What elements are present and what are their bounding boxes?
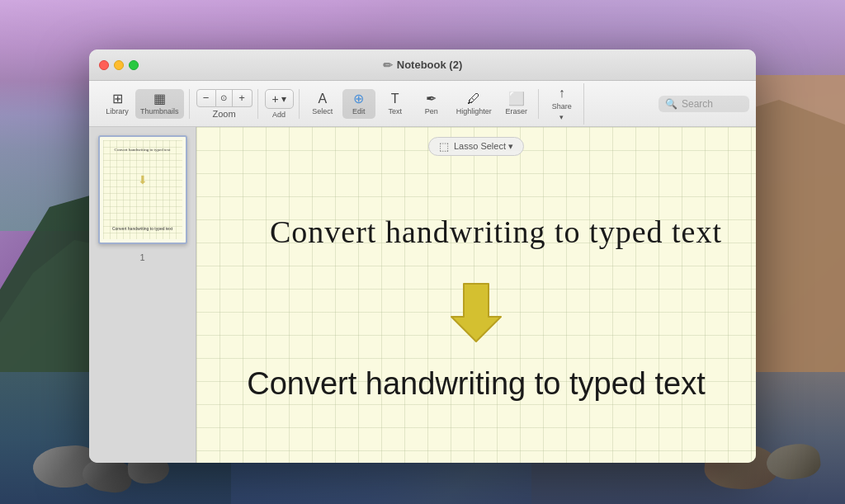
edit-icon: ⊕ (353, 92, 364, 106)
toolbar-library-group: ⊞ Library ▦ Thumbnails (96, 89, 190, 119)
window-title-text: Notebook (2) (397, 59, 462, 71)
eraser-icon: ⬜ (508, 92, 525, 106)
text-button[interactable]: T Text (379, 89, 412, 119)
main-canvas[interactable]: ⬚ Lasso Select ▾ Convert handwriting to … (196, 127, 756, 463)
page-number: 1 (139, 252, 144, 262)
library-icon: ⊞ (112, 92, 123, 106)
thumbnails-label: Thumbnails (140, 107, 179, 115)
search-placeholder: Search (682, 98, 713, 110)
arrow-svg (443, 280, 509, 346)
pen-icon: ✒ (426, 92, 437, 106)
add-chevron: ▾ (281, 93, 286, 105)
share-chevron: ▾ (559, 113, 564, 121)
thumbnail-handwritten: Convert handwriting to typed text (106, 147, 179, 153)
edit-button[interactable]: ⊕ Edit (342, 89, 375, 119)
add-button[interactable]: + ▾ (265, 89, 294, 109)
zoom-in-button[interactable]: + (233, 89, 253, 107)
traffic-lights (99, 60, 139, 70)
highlighter-label: Highlighter (456, 107, 492, 115)
handwritten-svg: Convert handwriting to typed text (229, 197, 724, 263)
notebook-icon: ✏ (383, 59, 393, 72)
library-button[interactable]: ⊞ Library (101, 89, 134, 119)
zoom-fit-button[interactable]: ⊙ (216, 89, 233, 107)
share-button[interactable]: ↑ Share ▾ (545, 83, 578, 125)
pen-button[interactable]: ✒ Pen (415, 89, 448, 119)
svg-marker-5 (451, 284, 501, 341)
maximize-button[interactable] (129, 60, 139, 70)
page-thumbnail-1[interactable]: Convert handwriting to typed text ⬇ Conv… (98, 135, 187, 244)
text-label: Text (388, 107, 402, 115)
typed-text: Convert handwriting to typed text (247, 366, 706, 402)
minimize-button[interactable] (114, 60, 124, 70)
select-button[interactable]: A Select (306, 89, 339, 119)
add-icon: + (272, 92, 279, 106)
zoom-controls: − ⊙ + (196, 89, 253, 107)
eraser-label: Eraser (505, 107, 527, 115)
toolbar-zoom-group: − ⊙ + Zoom (191, 89, 258, 119)
app-window: ✏ Notebook (2) ⊞ Library ▦ Thumbnails − … (89, 49, 756, 463)
svg-text:Convert  handwriting  to  type: Convert handwriting to typed text (270, 214, 722, 249)
search-box[interactable]: 🔍 Search (659, 96, 749, 112)
highlighter-icon: 🖊 (467, 92, 480, 106)
close-button[interactable] (99, 60, 109, 70)
lasso-icon: ⬚ (439, 140, 449, 153)
arrow-area (443, 280, 509, 346)
toolbar: ⊞ Library ▦ Thumbnails − ⊙ + Zoom (89, 81, 756, 127)
thumbnails-icon: ▦ (153, 92, 166, 106)
text-icon: T (391, 92, 399, 106)
lasso-select-button[interactable]: ⬚ Lasso Select ▾ (428, 137, 524, 156)
toolbar-add-group: + ▾ Add (260, 89, 300, 119)
eraser-button[interactable]: ⬜ Eraser (500, 89, 533, 119)
library-label: Library (106, 107, 129, 115)
window-title: ✏ Notebook (2) (383, 59, 462, 72)
share-label: Share (552, 102, 572, 111)
handwritten-area: Convert handwriting to typed text (196, 197, 756, 263)
content-area: Convert handwriting to typed text ⬇ Conv… (89, 127, 756, 463)
highlighter-button[interactable]: 🖊 Highlighter (451, 89, 497, 119)
zoom-out-button[interactable]: − (196, 89, 216, 107)
search-icon: 🔍 (665, 98, 677, 110)
thumbnails-button[interactable]: ▦ Thumbnails (135, 89, 184, 119)
edit-label: Edit (352, 107, 366, 115)
select-label: Select (312, 107, 333, 115)
typed-area: Convert handwriting to typed text (196, 366, 756, 402)
pen-label: Pen (425, 107, 438, 115)
toolbar-share-group: ↑ Share ▾ (541, 83, 584, 125)
zoom-label: Zoom (212, 109, 235, 119)
lasso-label: Lasso Select ▾ (454, 141, 513, 152)
select-icon: A (318, 92, 327, 106)
title-bar: ✏ Notebook (2) (89, 49, 756, 81)
sidebar: Convert handwriting to typed text ⬇ Conv… (89, 127, 196, 463)
add-label: Add (272, 111, 286, 119)
thumbnail-preview: Convert handwriting to typed text ⬇ Conv… (103, 140, 182, 239)
share-icon: ↑ (559, 87, 565, 100)
thumbnail-arrow: ⬇ (138, 173, 148, 186)
thumbnail-typed: Convert handwriting to typed text (106, 226, 179, 231)
toolbar-tools-group: A Select ⊕ Edit T Text ✒ Pen 🖊 Highlight… (301, 89, 539, 119)
